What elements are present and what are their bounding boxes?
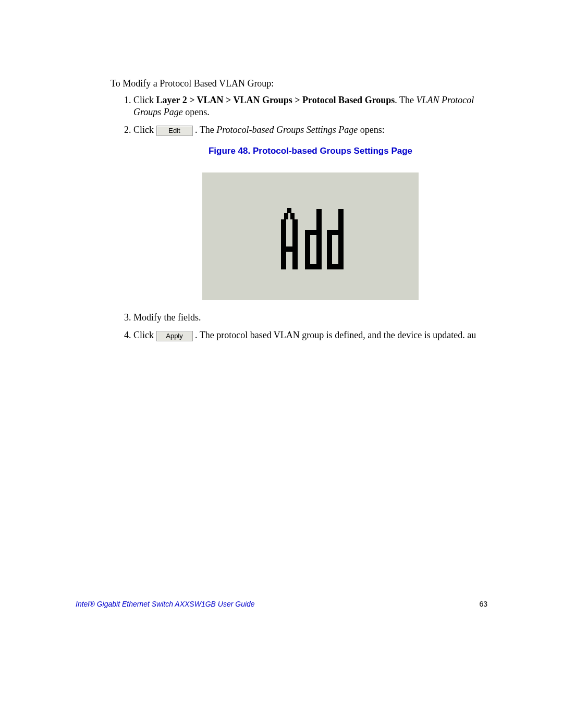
footer-page-number: 63 xyxy=(479,600,487,608)
svg-rect-3 xyxy=(281,219,286,269)
footer-title: Intel® Gigabit Ethernet Switch AXXSW1GB … xyxy=(76,600,255,608)
step1-path: Layer 2 > VLAN > VLAN Groups > Protocol … xyxy=(156,95,395,105)
svg-rect-13 xyxy=(327,264,344,269)
step1-after: . The xyxy=(395,95,416,105)
add-glyph-icon xyxy=(277,198,345,276)
step2-end: opens: xyxy=(358,125,385,135)
svg-rect-2 xyxy=(290,213,295,219)
svg-rect-12 xyxy=(327,230,344,235)
step2-after: . The xyxy=(195,125,216,135)
svg-rect-4 xyxy=(292,219,298,269)
step4-after: . The protocol based VLAN group is defin… xyxy=(195,330,476,340)
svg-rect-10 xyxy=(338,209,344,269)
step1-end: opens. xyxy=(183,107,210,117)
intro-text: To Modify a Protocol Based VLAN Group: xyxy=(111,78,487,89)
svg-rect-11 xyxy=(327,234,332,269)
step2-click: Click xyxy=(133,125,156,135)
step2-italic: Protocol-based Groups Settings Page xyxy=(216,125,358,135)
svg-rect-8 xyxy=(305,230,322,235)
steps-list: Click Layer 2 > VLAN > VLAN Groups > Pro… xyxy=(123,94,487,341)
svg-rect-6 xyxy=(316,209,322,269)
step3-text: Modify the fields. xyxy=(133,312,201,323)
step-3: Modify the fields. xyxy=(133,312,487,324)
figure-image-container xyxy=(133,172,487,300)
svg-rect-1 xyxy=(284,213,288,219)
step-2: Click Edit . The Protocol-based Groups S… xyxy=(133,124,487,300)
svg-rect-5 xyxy=(281,246,298,252)
apply-button[interactable]: Apply xyxy=(156,331,193,341)
step-1: Click Layer 2 > VLAN > VLAN Groups > Pro… xyxy=(133,94,487,119)
edit-button[interactable]: Edit xyxy=(156,126,193,136)
page-footer: Intel® Gigabit Ethernet Switch AXXSW1GB … xyxy=(76,600,487,608)
step1-click: Click xyxy=(133,95,156,105)
figure-image xyxy=(202,172,419,300)
svg-rect-7 xyxy=(305,234,310,269)
step-4: Click Apply . The protocol based VLAN gr… xyxy=(133,329,487,341)
svg-rect-0 xyxy=(287,208,291,213)
svg-rect-9 xyxy=(305,264,322,269)
step4-click: Click xyxy=(133,330,156,340)
figure-caption: Figure 48. Protocol-based Groups Setting… xyxy=(133,145,487,157)
